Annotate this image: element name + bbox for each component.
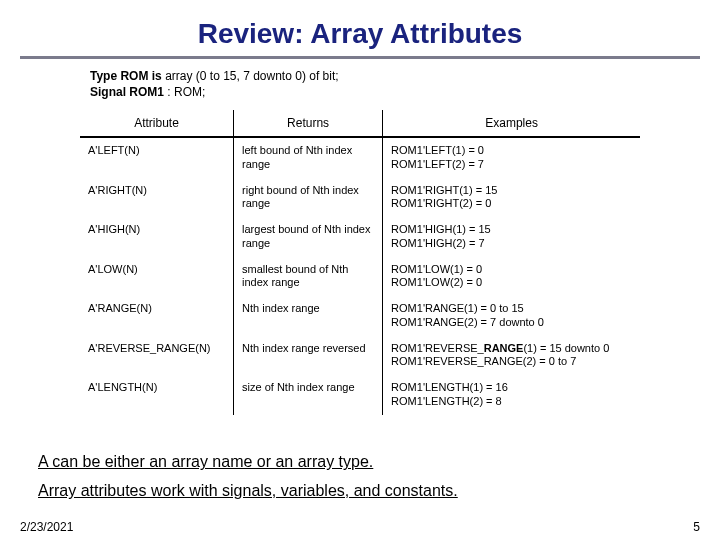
col-attribute: Attribute bbox=[80, 110, 234, 137]
decl-line2-bold: Signal ROM1 bbox=[90, 85, 164, 99]
cell-returns: size of Nth index range bbox=[234, 375, 383, 415]
cell-attribute: A'RANGE(N) bbox=[80, 296, 234, 336]
cell-attribute: A'LOW(N) bbox=[80, 257, 234, 297]
footer-page: 5 bbox=[693, 520, 700, 534]
cell-returns: largest bound of Nth index range bbox=[234, 217, 383, 257]
attributes-table: Attribute Returns Examples A'LEFT(N)left… bbox=[80, 110, 640, 415]
table-row: A'RIGHT(N)right bound of Nth index range… bbox=[80, 178, 640, 218]
cell-attribute: A'LEFT(N) bbox=[80, 137, 234, 178]
footnote-1: A can be either an array name or an arra… bbox=[38, 448, 458, 477]
col-examples: Examples bbox=[383, 110, 640, 137]
cell-returns: Nth index range reversed bbox=[234, 336, 383, 376]
table-row: A'LOW(N)smallest bound of Nth index rang… bbox=[80, 257, 640, 297]
decl-line1-rest: array (0 to 15, 7 downto 0) of bit; bbox=[162, 69, 339, 83]
cell-attribute: A'REVERSE_RANGE(N) bbox=[80, 336, 234, 376]
cell-examples: ROM1'HIGH(1) = 15ROM1'HIGH(2) = 7 bbox=[383, 217, 640, 257]
table-row: A'LENGTH(N)size of Nth index rangeROM1'L… bbox=[80, 375, 640, 415]
table-row: A'LEFT(N)left bound of Nth index rangeRO… bbox=[80, 137, 640, 178]
cell-returns: left bound of Nth index range bbox=[234, 137, 383, 178]
cell-returns: smallest bound of Nth index range bbox=[234, 257, 383, 297]
decl-line1-bold: Type ROM is bbox=[90, 69, 162, 83]
cell-attribute: A'LENGTH(N) bbox=[80, 375, 234, 415]
cell-attribute: A'HIGH(N) bbox=[80, 217, 234, 257]
table-row: A'HIGH(N)largest bound of Nth index rang… bbox=[80, 217, 640, 257]
table-row: A'RANGE(N)Nth index rangeROM1'RANGE(1) =… bbox=[80, 296, 640, 336]
table-header-row: Attribute Returns Examples bbox=[80, 110, 640, 137]
page-title: Review: Array Attributes bbox=[0, 0, 720, 56]
cell-returns: Nth index range bbox=[234, 296, 383, 336]
col-returns: Returns bbox=[234, 110, 383, 137]
cell-examples: ROM1'LENGTH(1) = 16ROM1'LENGTH(2) = 8 bbox=[383, 375, 640, 415]
footnote-2: Array attributes work with signals, vari… bbox=[38, 477, 458, 506]
cell-examples: ROM1'LEFT(1) = 0ROM1'LEFT(2) = 7 bbox=[383, 137, 640, 178]
cell-examples: ROM1'RANGE(1) = 0 to 15ROM1'RANGE(2) = 7… bbox=[383, 296, 640, 336]
cell-examples: ROM1'REVERSE_RANGE(1) = 15 downto 0ROM1'… bbox=[383, 336, 640, 376]
title-rule bbox=[20, 56, 700, 59]
cell-returns: right bound of Nth index range bbox=[234, 178, 383, 218]
cell-examples: ROM1'RIGHT(1) = 15ROM1'RIGHT(2) = 0 bbox=[383, 178, 640, 218]
decl-line2-rest: : ROM; bbox=[164, 85, 205, 99]
table-row: A'REVERSE_RANGE(N)Nth index range revers… bbox=[80, 336, 640, 376]
footer-date: 2/23/2021 bbox=[20, 520, 73, 534]
slide-footer: 2/23/2021 5 bbox=[20, 520, 700, 534]
cell-examples: ROM1'LOW(1) = 0ROM1'LOW(2) = 0 bbox=[383, 257, 640, 297]
footnotes: A can be either an array name or an arra… bbox=[38, 448, 458, 506]
type-declaration: Type ROM is array (0 to 15, 7 downto 0) … bbox=[90, 69, 720, 100]
cell-attribute: A'RIGHT(N) bbox=[80, 178, 234, 218]
